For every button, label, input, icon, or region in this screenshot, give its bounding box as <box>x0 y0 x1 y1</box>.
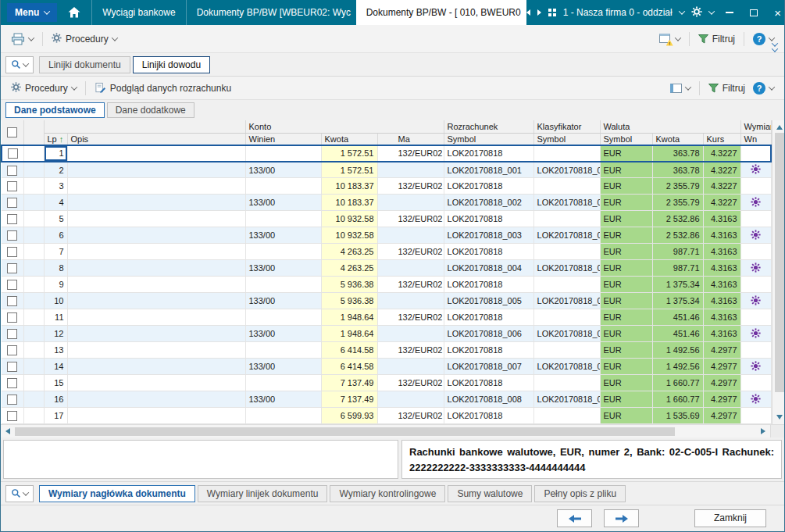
table-row[interactable]: 3 10 183.37 132/EUR02 LOK20170818 EUR 2 … <box>2 178 771 195</box>
group-rozrachunek[interactable]: Rozrachunek <box>444 120 533 133</box>
col-symbol-rozrachunek[interactable]: Symbol <box>444 133 533 145</box>
zamknij-button[interactable]: Zamknij <box>694 509 766 527</box>
company-selector-label[interactable]: 1 - Nasza firma 0 - oddział <box>563 7 673 18</box>
col-wn[interactable]: Wn <box>740 133 771 145</box>
table-row[interactable]: 9 5 936.38 132/EUR02 LOK20170818 EUR 1 3… <box>2 277 771 293</box>
procedures-button-inner[interactable]: Procedury <box>7 80 80 97</box>
row-checkbox[interactable] <box>7 395 17 405</box>
tab[interactable]: Linijki dowodu <box>133 56 210 73</box>
menu-button[interactable]: Menu <box>7 3 57 22</box>
group-waluta[interactable]: Waluta <box>600 120 740 133</box>
group-klasyfikator[interactable]: Klasyfikator <box>533 120 600 133</box>
table-row[interactable]: 16 133/00 7 137.49 LOK20170818_008 LOK20… <box>2 391 771 408</box>
dimension-gear-icon[interactable] <box>751 361 761 371</box>
close-window-button[interactable]: × <box>769 0 785 25</box>
scroll-down-icon[interactable] <box>776 415 783 420</box>
row-checkbox[interactable] <box>7 312 17 323</box>
row-checkbox[interactable] <box>7 378 17 388</box>
minimize-button[interactable] <box>721 0 738 25</box>
layout-button[interactable] <box>666 81 694 95</box>
table-row[interactable]: 5 10 932.58 132/EUR02 LOK20170818 EUR 2 … <box>2 211 771 227</box>
table-row[interactable]: 15 7 137.49 132/EUR02 LOK20170818 EUR 1 … <box>2 375 771 391</box>
filter-button-inner[interactable]: Filtruj <box>705 80 749 96</box>
row-checkbox[interactable] <box>7 296 17 306</box>
table-row[interactable]: 10 133/00 5 936.38 LOK20170818_005 LOK20… <box>2 293 771 309</box>
select-all-checkbox[interactable] <box>7 127 17 137</box>
table-row[interactable]: 1 1 572.51 132/EUR02 LOK20170818 EUR 363… <box>2 145 771 162</box>
row-checkbox[interactable] <box>7 329 17 339</box>
row-checkbox[interactable] <box>7 345 17 355</box>
tab[interactable]: Wymiary linijek dokumentu <box>198 485 328 502</box>
group-wymiary[interactable]: Wymiary <box>740 120 771 133</box>
row-checkbox[interactable] <box>7 214 17 224</box>
tab[interactable]: Wymiary nagłówka dokumentu <box>39 485 195 502</box>
procedures-button[interactable]: Procedury <box>48 30 121 48</box>
print-button[interactable] <box>7 30 37 48</box>
tab[interactable]: Sumy walutowe <box>448 485 532 502</box>
tab[interactable]: Dane dodatkowe <box>107 102 194 118</box>
dimension-gear-icon[interactable] <box>751 164 761 174</box>
table-row[interactable]: 6 133/00 10 932.58 LOK20170818_003 LOK20… <box>2 227 771 244</box>
scroll-up-icon[interactable] <box>776 125 783 130</box>
dimension-gear-icon[interactable] <box>751 295 761 305</box>
tab-scroll-right-icon[interactable] <box>537 9 541 16</box>
vertical-scroll-thumb[interactable] <box>775 133 784 392</box>
horizontal-scrollbar[interactable] <box>1 424 784 437</box>
dimension-gear-icon[interactable] <box>751 230 761 240</box>
chevron-down-icon[interactable] <box>708 8 714 14</box>
tab[interactable]: Dane podstawowe <box>5 102 105 118</box>
row-checkbox[interactable] <box>7 230 17 241</box>
row-checkbox[interactable] <box>7 263 17 273</box>
row-checkbox[interactable] <box>7 247 17 257</box>
col-kwota[interactable]: Kwota <box>321 133 377 145</box>
table-row[interactable]: 7 4 263.25 132/EUR02 LOK20170818 EUR 987… <box>2 244 771 260</box>
row-checkbox[interactable] <box>7 198 17 208</box>
dimension-gear-icon[interactable] <box>751 328 761 338</box>
tab[interactable]: Linijki dokumentu <box>39 56 130 73</box>
maximize-button[interactable] <box>745 0 762 25</box>
bottom-search-selector[interactable] <box>5 485 34 502</box>
col-winien[interactable]: Winien <box>245 133 321 145</box>
help-button-inner[interactable]: ? <box>749 80 778 97</box>
filter-button[interactable]: Filtruj <box>694 31 739 47</box>
row-checkbox[interactable] <box>7 166 17 176</box>
col-symbol-klasyfikator[interactable]: Symbol <box>533 133 600 145</box>
col-kwota-waluty[interactable]: Kwota <box>652 133 703 145</box>
search-view-selector[interactable] <box>5 56 34 73</box>
tab[interactable]: Wymiary kontrolingowe <box>330 485 445 502</box>
apps-grid-icon[interactable] <box>548 9 556 16</box>
table-row[interactable]: 13 6 414.58 132/EUR02 LOK20170818 EUR 1 … <box>2 342 771 359</box>
dimension-gear-icon[interactable] <box>751 262 761 273</box>
view-settings-button[interactable]: ! <box>655 31 684 47</box>
table-row[interactable]: 11 1 948.64 132/EUR02 LOK20170818 EUR 45… <box>2 309 771 326</box>
group-konto[interactable]: Konto <box>245 120 444 133</box>
table-row[interactable]: 14 133/00 6 414.58 LOK20170818_007 LOK20… <box>2 359 771 375</box>
scroll-left-icon[interactable] <box>5 428 10 434</box>
settings-button[interactable] <box>691 6 702 20</box>
window-tab[interactable]: Wyciągi bankowe <box>91 0 185 25</box>
window-tab[interactable]: Dokumenty BP/BW - [ 010, BWEUR0 <box>356 0 526 25</box>
tab-scroll-left-icon[interactable] <box>526 9 530 16</box>
dimension-gear-icon[interactable] <box>751 394 761 404</box>
row-checkbox[interactable] <box>7 411 17 421</box>
row-checkbox[interactable] <box>7 280 17 290</box>
table-row[interactable]: 12 133/00 1 948.64 LOK20170818_006 LOK20… <box>2 326 771 342</box>
scroll-right-icon[interactable] <box>761 428 765 434</box>
col-lp[interactable]: Lp↑ <box>44 133 67 145</box>
window-tab[interactable]: Dokumenty BP/BW [WBEUR02: Wyc <box>186 0 356 25</box>
settlement-preview-button[interactable]: Podgląd danych rozrachunku <box>91 80 235 96</box>
vertical-scrollbar[interactable] <box>772 120 785 424</box>
table-row[interactable]: 4 133/00 10 183.37 LOK20170818_002 LOK20… <box>2 195 771 211</box>
col-kurs[interactable]: Kurs <box>703 133 740 145</box>
home-button[interactable] <box>68 0 80 25</box>
horizontal-scroll-thumb[interactable] <box>15 427 675 436</box>
table-row[interactable]: 8 133/00 4 263.25 LOK20170818_004 LOK201… <box>2 260 771 277</box>
table-row[interactable]: 17 6 599.93 132/EUR02 LOK20170818 EUR 1 … <box>2 408 771 424</box>
chevron-down-icon[interactable] <box>678 8 684 14</box>
row-checkbox[interactable] <box>7 362 17 372</box>
previous-record-button[interactable] <box>557 509 592 527</box>
col-ma[interactable]: Ma <box>377 133 444 145</box>
next-record-button[interactable] <box>604 509 639 527</box>
collapse-toolbar-button[interactable] <box>773 42 777 52</box>
dimension-gear-icon[interactable] <box>751 197 761 207</box>
